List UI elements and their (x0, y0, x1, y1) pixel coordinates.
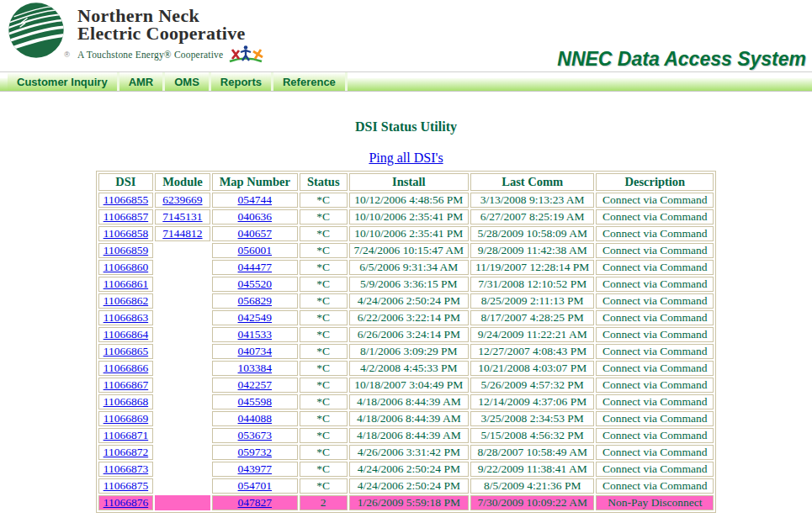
column-header-install: Install (349, 173, 470, 191)
dsi-link[interactable]: 11066872 (103, 446, 149, 458)
dsi-cell: 11066868 (98, 394, 154, 409)
status-cell: *C (300, 394, 348, 409)
map-number-cell: 059732 (212, 445, 298, 460)
dsi-link[interactable]: 11066857 (103, 210, 149, 223)
status-cell: *C (300, 411, 348, 426)
nav-tab-customer-inquiry[interactable]: Customer Inquiry (8, 72, 119, 91)
table-row: 11066866103384*C4/2/2008 4:45:33 PM10/21… (98, 361, 714, 376)
dsi-cell: 11066864 (98, 327, 154, 342)
module-cell-empty (155, 411, 210, 426)
dsi-table-body: 110668556239669054744*C10/12/2006 4:48:5… (98, 193, 714, 510)
table-row: 11066860044477*C6/5/2006 9:31:34 AM11/19… (98, 260, 714, 275)
map-number-link[interactable]: 044088 (238, 412, 273, 425)
module-cell-empty (155, 243, 210, 258)
map-number-link[interactable]: 043977 (238, 462, 273, 475)
dsi-cell: 11066875 (98, 478, 154, 494)
dsi-cell: 11066876 (98, 495, 154, 510)
install-cell: 1/26/2009 5:59:18 PM (349, 495, 470, 510)
dsi-link[interactable]: 11066868 (103, 395, 149, 408)
map-number-cell: 044088 (212, 411, 298, 426)
module-link[interactable]: 6239669 (162, 193, 202, 206)
map-number-link[interactable]: 041533 (238, 328, 273, 341)
dsi-cell: 11066865 (98, 344, 154, 359)
nav-tab-reports[interactable]: Reports (211, 72, 273, 91)
map-number-link[interactable]: 040657 (238, 227, 273, 240)
nnec-logo: ® Northern Neck Electric Cooperative A T… (8, 2, 264, 65)
dsi-link[interactable]: 11066860 (103, 261, 149, 273)
dsi-link[interactable]: 11066864 (103, 328, 149, 341)
last-comm-cell: 5/15/2008 4:56:32 PM (470, 428, 594, 443)
map-number-link[interactable]: 056829 (238, 294, 273, 307)
dsi-link[interactable]: 11066859 (103, 244, 149, 256)
map-number-cell: 040657 (212, 226, 298, 241)
table-row: 11066861045520*C5/9/2006 3:36:15 PM7/31/… (98, 277, 714, 292)
touchstone-energy-logo-icon (227, 45, 264, 65)
map-number-cell: 045520 (212, 277, 298, 292)
module-link[interactable]: 7145131 (162, 210, 202, 223)
module-cell-empty (155, 428, 210, 443)
map-number-cell: 054744 (212, 193, 298, 208)
map-number-link[interactable]: 047827 (238, 496, 273, 509)
dsi-link[interactable]: 11066871 (103, 429, 149, 441)
description-cell: Connect via Command (596, 277, 714, 292)
map-number-link[interactable]: 054744 (238, 193, 273, 206)
description-cell: Connect via Command (596, 293, 714, 309)
nnec-field-circle-icon (8, 2, 65, 59)
map-number-link[interactable]: 040734 (238, 345, 273, 357)
nav-tab-amr[interactable]: AMR (119, 72, 166, 91)
map-number-link[interactable]: 040636 (238, 210, 273, 223)
map-number-link[interactable]: 042549 (238, 311, 273, 324)
system-title: NNEC Data Access System (557, 48, 806, 71)
map-number-link[interactable]: 103384 (238, 362, 273, 374)
install-cell: 4/2/2008 4:45:33 PM (349, 361, 470, 376)
dsi-link[interactable]: 11066862 (103, 294, 149, 307)
nav-tab-reference[interactable]: Reference (273, 72, 348, 91)
map-number-link[interactable]: 044477 (238, 261, 273, 273)
install-cell: 6/26/2006 3:24:14 PM (349, 327, 470, 342)
map-number-link[interactable]: 056001 (238, 244, 273, 256)
dsi-cell: 11066861 (98, 277, 154, 292)
map-number-link[interactable]: 042257 (238, 378, 273, 391)
ping-all-dsis-link[interactable]: Ping all DSI's (369, 151, 443, 165)
map-number-link[interactable]: 053673 (238, 429, 273, 441)
dsi-link[interactable]: 11066855 (103, 193, 149, 206)
install-cell: 4/24/2006 2:50:24 PM (349, 462, 470, 477)
dsi-link[interactable]: 11066867 (103, 378, 149, 391)
map-number-link[interactable]: 054701 (238, 479, 273, 492)
map-number-link[interactable]: 045520 (238, 277, 273, 290)
dsi-link[interactable]: 11066876 (103, 496, 149, 509)
status-cell: *C (300, 428, 348, 443)
map-number-cell: 054701 (212, 478, 298, 494)
map-number-link[interactable]: 045598 (238, 395, 273, 408)
last-comm-cell: 9/22/2009 11:38:41 AM (470, 462, 594, 477)
column-header-last-comm: Last Comm (470, 173, 594, 191)
dsi-link[interactable]: 11066865 (103, 345, 149, 357)
dsi-link[interactable]: 11066863 (103, 311, 149, 324)
last-comm-cell: 7/31/2008 12:10:52 PM (470, 277, 594, 292)
dsi-link[interactable]: 11066869 (103, 412, 149, 425)
dsi-cell: 11066863 (98, 310, 154, 325)
status-cell: *C (300, 193, 348, 208)
map-number-link[interactable]: 059732 (238, 446, 273, 458)
module-cell-empty (155, 361, 210, 376)
module-cell-empty (155, 445, 210, 460)
dsi-cell: 11066860 (98, 260, 154, 275)
module-cell: 6239669 (155, 193, 210, 208)
dsi-link[interactable]: 11066861 (103, 277, 149, 290)
last-comm-cell: 8/17/2007 4:28:25 PM (470, 310, 594, 325)
dsi-link[interactable]: 11066858 (103, 227, 149, 240)
description-cell: Connect via Command (596, 327, 714, 342)
module-link[interactable]: 7144812 (162, 227, 202, 240)
ping-row: Ping all DSI's (0, 151, 812, 166)
dsi-link[interactable]: 11066873 (103, 462, 149, 475)
description-cell: Connect via Command (596, 378, 714, 393)
brand-name-line2: Electric Cooperative (77, 24, 264, 42)
status-cell: *C (300, 226, 348, 241)
nav-tab-oms[interactable]: OMS (165, 72, 211, 91)
dsi-link[interactable]: 11066866 (103, 362, 149, 374)
table-row: 11066868045598*C4/18/2006 8:44:39 AM12/1… (98, 394, 714, 409)
dsi-cell: 11066869 (98, 411, 154, 426)
menu-bar-lead-strip (0, 78, 8, 91)
install-cell: 4/24/2006 2:50:24 PM (349, 293, 470, 309)
dsi-link[interactable]: 11066875 (103, 479, 149, 492)
